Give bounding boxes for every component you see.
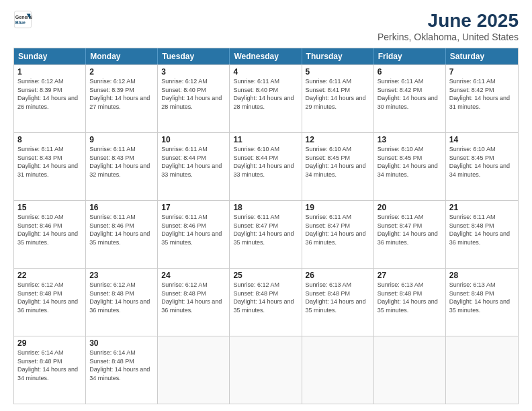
cell-info: Sunrise: 6:11 AMSunset: 8:47 PMDaylight:… <box>306 214 366 246</box>
day-number: 2 <box>89 67 154 77</box>
calendar-week-3: 15Sunrise: 6:10 AMSunset: 8:46 PMDayligh… <box>14 200 518 268</box>
cell-info: Sunrise: 6:11 AMSunset: 8:46 PMDaylight:… <box>89 214 150 246</box>
calendar-cell: 14Sunrise: 6:10 AMSunset: 8:45 PMDayligh… <box>446 133 518 200</box>
calendar-cell: 23Sunrise: 6:12 AMSunset: 8:48 PMDayligh… <box>86 269 158 336</box>
day-number: 6 <box>378 67 442 77</box>
calendar-cell: 22Sunrise: 6:12 AMSunset: 8:48 PMDayligh… <box>14 269 86 336</box>
calendar-cell: 26Sunrise: 6:13 AMSunset: 8:48 PMDayligh… <box>302 269 374 336</box>
calendar-cell: 17Sunrise: 6:11 AMSunset: 8:46 PMDayligh… <box>158 201 230 268</box>
day-number: 3 <box>161 67 226 77</box>
cell-info: Sunrise: 6:13 AMSunset: 8:48 PMDaylight:… <box>306 281 366 314</box>
calendar-cell: 8Sunrise: 6:11 AMSunset: 8:43 PMDaylight… <box>14 133 86 200</box>
calendar-week-2: 8Sunrise: 6:11 AMSunset: 8:43 PMDaylight… <box>14 132 518 200</box>
calendar-cell: 28Sunrise: 6:13 AMSunset: 8:48 PMDayligh… <box>446 269 518 336</box>
cell-info: Sunrise: 6:11 AMSunset: 8:40 PMDaylight:… <box>233 78 294 110</box>
cell-info: Sunrise: 6:10 AMSunset: 8:45 PMDaylight:… <box>449 146 510 178</box>
cell-info: Sunrise: 6:12 AMSunset: 8:48 PMDaylight:… <box>233 281 294 314</box>
title-block: June 2025 Perkins, Oklahoma, United Stat… <box>378 10 519 42</box>
day-number: 5 <box>306 67 370 77</box>
day-number: 8 <box>17 135 82 144</box>
day-number: 9 <box>89 135 154 144</box>
day-number: 1 <box>17 67 82 77</box>
calendar-cell: 6Sunrise: 6:11 AMSunset: 8:42 PMDaylight… <box>374 65 446 132</box>
cell-info: Sunrise: 6:14 AMSunset: 8:48 PMDaylight:… <box>17 349 78 381</box>
col-friday: Friday <box>374 48 446 64</box>
calendar-week-5: 29Sunrise: 6:14 AMSunset: 8:48 PMDayligh… <box>14 336 518 404</box>
day-number: 28 <box>449 271 515 280</box>
day-number: 20 <box>378 203 442 212</box>
day-number: 29 <box>17 338 82 348</box>
calendar-cell: 7Sunrise: 6:11 AMSunset: 8:42 PMDaylight… <box>446 65 518 132</box>
day-number: 30 <box>89 338 154 348</box>
cell-info: Sunrise: 6:11 AMSunset: 8:44 PMDaylight:… <box>161 146 222 178</box>
cell-info: Sunrise: 6:10 AMSunset: 8:45 PMDaylight:… <box>378 146 438 178</box>
calendar-cell: 30Sunrise: 6:14 AMSunset: 8:48 PMDayligh… <box>86 336 158 404</box>
day-number: 26 <box>306 271 370 280</box>
cell-info: Sunrise: 6:11 AMSunset: 8:42 PMDaylight:… <box>378 78 438 110</box>
calendar-cell: 1Sunrise: 6:12 AMSunset: 8:39 PMDaylight… <box>14 65 86 132</box>
day-number: 17 <box>161 203 226 212</box>
day-number: 24 <box>161 271 226 280</box>
calendar-cell: 5Sunrise: 6:11 AMSunset: 8:41 PMDaylight… <box>302 65 374 132</box>
day-number: 14 <box>449 135 515 144</box>
calendar-cell: 18Sunrise: 6:11 AMSunset: 8:47 PMDayligh… <box>230 201 302 268</box>
day-number: 27 <box>378 271 442 280</box>
day-number: 10 <box>161 135 226 144</box>
col-sunday: Sunday <box>14 48 86 64</box>
cell-info: Sunrise: 6:11 AMSunset: 8:42 PMDaylight:… <box>449 78 510 110</box>
cell-info: Sunrise: 6:11 AMSunset: 8:43 PMDaylight:… <box>89 146 150 178</box>
calendar-cell <box>302 336 374 404</box>
cell-info: Sunrise: 6:12 AMSunset: 8:39 PMDaylight:… <box>17 78 78 110</box>
calendar-cell: 4Sunrise: 6:11 AMSunset: 8:40 PMDaylight… <box>230 65 302 132</box>
cell-info: Sunrise: 6:12 AMSunset: 8:39 PMDaylight:… <box>89 78 150 110</box>
cell-info: Sunrise: 6:12 AMSunset: 8:48 PMDaylight:… <box>17 281 78 314</box>
cell-info: Sunrise: 6:11 AMSunset: 8:47 PMDaylight:… <box>233 214 294 246</box>
calendar-subtitle: Perkins, Oklahoma, United States <box>378 32 519 42</box>
calendar-cell <box>446 336 518 404</box>
calendar-cell: 9Sunrise: 6:11 AMSunset: 8:43 PMDaylight… <box>86 133 158 200</box>
day-number: 25 <box>233 271 298 280</box>
cell-info: Sunrise: 6:12 AMSunset: 8:48 PMDaylight:… <box>89 281 150 314</box>
day-number: 23 <box>89 271 154 280</box>
cell-info: Sunrise: 6:12 AMSunset: 8:40 PMDaylight:… <box>161 78 222 110</box>
day-number: 16 <box>89 203 154 212</box>
calendar-week-1: 1Sunrise: 6:12 AMSunset: 8:39 PMDaylight… <box>14 64 518 132</box>
day-number: 12 <box>306 135 370 144</box>
calendar-header: Sunday Monday Tuesday Wednesday Thursday… <box>14 48 518 64</box>
col-wednesday: Wednesday <box>230 48 302 64</box>
calendar-cell <box>374 336 446 404</box>
calendar-cell: 24Sunrise: 6:12 AMSunset: 8:48 PMDayligh… <box>158 269 230 336</box>
calendar-body: 1Sunrise: 6:12 AMSunset: 8:39 PMDaylight… <box>14 64 518 404</box>
cell-info: Sunrise: 6:11 AMSunset: 8:47 PMDaylight:… <box>378 214 438 246</box>
day-number: 22 <box>17 271 82 280</box>
day-number: 7 <box>449 67 515 77</box>
calendar-week-4: 22Sunrise: 6:12 AMSunset: 8:48 PMDayligh… <box>14 268 518 336</box>
svg-rect-0 <box>14 11 31 28</box>
day-number: 18 <box>233 203 298 212</box>
day-number: 21 <box>449 203 515 212</box>
day-number: 4 <box>233 67 298 77</box>
cell-info: Sunrise: 6:13 AMSunset: 8:48 PMDaylight:… <box>378 281 438 314</box>
calendar-cell: 13Sunrise: 6:10 AMSunset: 8:45 PMDayligh… <box>374 133 446 200</box>
calendar-cell: 29Sunrise: 6:14 AMSunset: 8:48 PMDayligh… <box>14 336 86 404</box>
cell-info: Sunrise: 6:12 AMSunset: 8:48 PMDaylight:… <box>161 281 222 314</box>
col-monday: Monday <box>86 48 158 64</box>
calendar-cell: 19Sunrise: 6:11 AMSunset: 8:47 PMDayligh… <box>302 201 374 268</box>
day-number: 13 <box>378 135 442 144</box>
cell-info: Sunrise: 6:11 AMSunset: 8:48 PMDaylight:… <box>449 214 510 246</box>
calendar-cell: 25Sunrise: 6:12 AMSunset: 8:48 PMDayligh… <box>230 269 302 336</box>
logo: General Blue <box>13 10 35 29</box>
calendar-title: June 2025 <box>378 10 519 32</box>
col-thursday: Thursday <box>302 48 374 64</box>
calendar-cell: 11Sunrise: 6:10 AMSunset: 8:44 PMDayligh… <box>230 133 302 200</box>
calendar-cell: 10Sunrise: 6:11 AMSunset: 8:44 PMDayligh… <box>158 133 230 200</box>
cell-info: Sunrise: 6:11 AMSunset: 8:41 PMDaylight:… <box>306 78 366 110</box>
svg-text:Blue: Blue <box>15 20 26 25</box>
logo-icon: General Blue <box>13 10 32 29</box>
calendar-cell: 27Sunrise: 6:13 AMSunset: 8:48 PMDayligh… <box>374 269 446 336</box>
cell-info: Sunrise: 6:10 AMSunset: 8:46 PMDaylight:… <box>17 214 78 246</box>
header: General Blue June 2025 Perkins, Oklahoma… <box>13 10 519 42</box>
calendar-cell: 15Sunrise: 6:10 AMSunset: 8:46 PMDayligh… <box>14 201 86 268</box>
calendar-cell: 3Sunrise: 6:12 AMSunset: 8:40 PMDaylight… <box>158 65 230 132</box>
calendar-cell <box>230 336 302 404</box>
